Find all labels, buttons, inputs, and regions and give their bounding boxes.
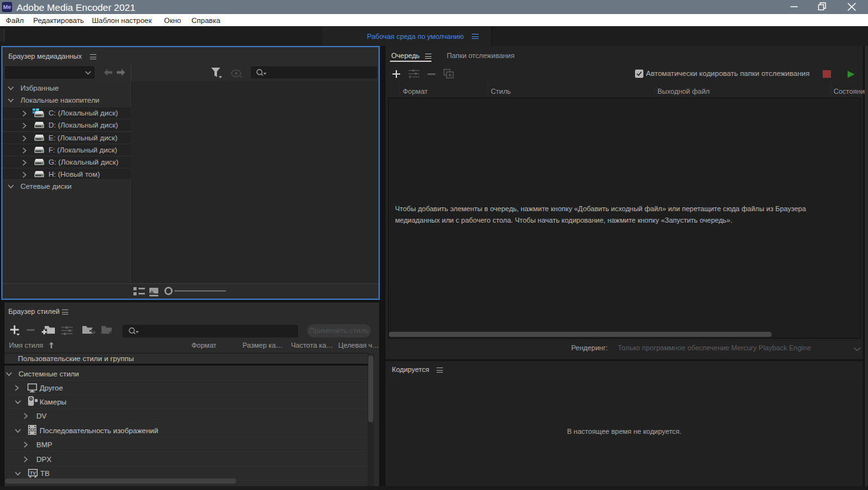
svg-text:TV: TV xyxy=(30,470,36,476)
